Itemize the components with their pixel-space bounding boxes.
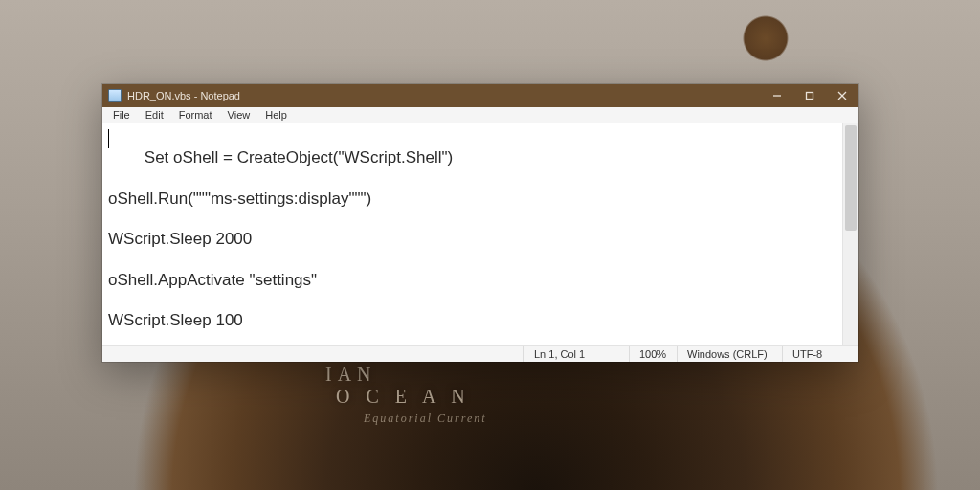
vertical-scrollbar[interactable] xyxy=(842,123,858,345)
text-editor[interactable]: Set oShell = CreateObject("WScript.Shell… xyxy=(102,123,842,345)
close-button[interactable] xyxy=(826,84,858,107)
status-encoding: UTF-8 xyxy=(782,346,858,362)
statusbar: Ln 1, Col 1 100% Windows (CRLF) UTF-8 xyxy=(102,345,858,362)
editor-line: WScript.Sleep 2000 xyxy=(108,230,252,248)
menu-help[interactable]: Help xyxy=(258,107,294,122)
maximize-icon xyxy=(805,91,814,100)
notepad-window: HDR_ON.vbs - Notepad File Edit Format Vi… xyxy=(102,84,858,362)
menu-view[interactable]: View xyxy=(221,107,257,122)
wallpaper-text: IAN O C E A N xyxy=(325,364,471,408)
status-zoom: 100% xyxy=(629,346,677,362)
minimize-button[interactable] xyxy=(761,84,793,107)
menu-file[interactable]: File xyxy=(106,107,137,122)
editor-line: Set oShell = CreateObject("WScript.Shell… xyxy=(145,148,453,167)
maximize-button[interactable] xyxy=(793,84,826,107)
editor-line: oShell.AppActivate "settings" xyxy=(108,271,317,289)
close-icon xyxy=(837,91,847,100)
text-caret xyxy=(108,129,109,148)
notepad-icon xyxy=(108,89,122,102)
editor-line: WScript.Sleep 100 xyxy=(108,311,243,329)
titlebar[interactable]: HDR_ON.vbs - Notepad xyxy=(102,84,858,107)
window-title: HDR_ON.vbs - Notepad xyxy=(127,90,240,101)
menu-format[interactable]: Format xyxy=(172,107,219,122)
menu-edit[interactable]: Edit xyxy=(139,107,170,122)
status-line-ending: Windows (CRLF) xyxy=(677,346,782,362)
editor-line: oShell.Run("""ms-settings:display""") xyxy=(108,189,371,208)
desktop-background: IAN O C E A N Equatorial Current HDR_ON.… xyxy=(0,0,980,490)
wallpaper-subtext: Equatorial Current xyxy=(364,412,487,426)
status-cursor-position: Ln 1, Col 1 xyxy=(523,346,629,362)
menubar: File Edit Format View Help xyxy=(102,107,858,123)
svg-rect-1 xyxy=(807,93,813,100)
scrollbar-thumb[interactable] xyxy=(845,125,857,231)
minimize-icon xyxy=(772,91,782,100)
